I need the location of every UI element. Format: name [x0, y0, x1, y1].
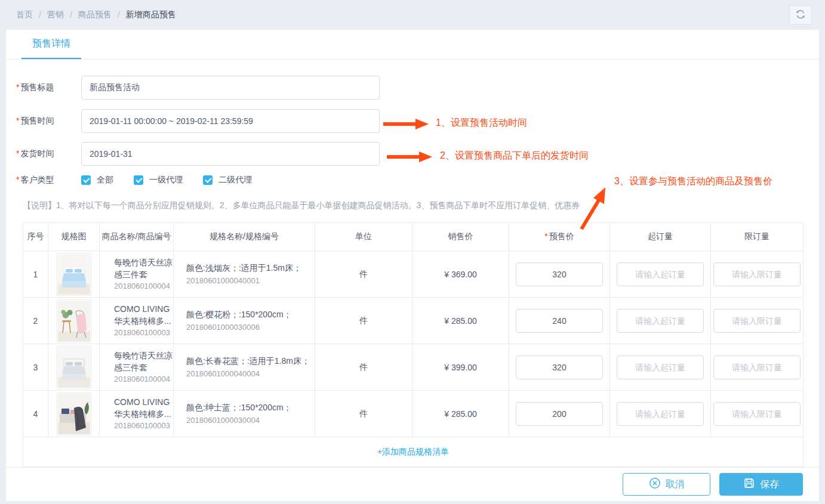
product-thumbnail-bed-blue — [57, 253, 91, 296]
breadcrumb-separator: / — [70, 10, 72, 20]
checkbox-all-customers[interactable]: 全部 — [81, 175, 113, 185]
annotation-step2: 2、设置预售商品下单后的发货时间 — [440, 150, 589, 162]
col-header-unit: 单位 — [315, 223, 412, 251]
spec-cell: 颜色:樱花粉；:150*200cm； 20180601000030006 — [174, 298, 315, 344]
min-qty-input[interactable] — [617, 355, 704, 379]
refresh-button[interactable] — [789, 5, 812, 24]
row-index: 2 — [23, 298, 48, 344]
tab-bar: 预售详情 — [6, 30, 819, 60]
col-header-spec: 规格名称/规格编号 — [174, 223, 315, 251]
checkbox-level1-agent[interactable]: 一级代理 — [134, 175, 183, 185]
product-name-cell: 每晚竹语天丝凉感三件套 2018060100004 — [100, 251, 174, 298]
add-spec-row: +添加商品规格清单 — [23, 437, 804, 467]
cancel-button[interactable]: 取消 — [623, 473, 710, 496]
min-qty-input[interactable] — [617, 309, 704, 333]
presale-price-input[interactable] — [516, 309, 603, 333]
presale-time-label: *预售时间 — [16, 116, 81, 126]
product-name: COMO LIVING 华夫格纯棉多... — [114, 303, 173, 327]
presale-price-input[interactable] — [516, 262, 603, 286]
unit-cell: 件 — [315, 298, 412, 344]
checkbox-checked-icon — [203, 175, 213, 185]
product-name-cell: 每晚竹语天丝凉感三件套 2018060100004 — [100, 344, 174, 391]
product-code: 2018060100004 — [114, 373, 173, 385]
customer-type-label: *客户类型 — [16, 175, 81, 185]
product-code: 2018060100003 — [114, 420, 173, 432]
presale-price-input[interactable] — [516, 355, 603, 379]
col-header-index: 序号 — [23, 223, 48, 251]
presale-price-input[interactable] — [516, 402, 603, 426]
breadcrumb-presale-list[interactable]: 商品预售 — [78, 10, 112, 20]
annotation-arrow-up-right-icon — [573, 184, 615, 234]
spec-name: 颜色:长春花蓝；:适用于1.8m床； — [186, 354, 315, 367]
annotation-arrow-right-icon — [382, 118, 430, 130]
sale-price-cell: ¥ 399.00 — [412, 344, 509, 391]
product-name: 每晚竹语天丝凉感三件套 — [114, 350, 173, 373]
presale-title-input[interactable] — [81, 76, 380, 100]
max-qty-input[interactable] — [713, 402, 801, 426]
table-row: 1 每晚竹语天丝凉感三件套 2018060100004 颜色:浅烟灰；:适用于1… — [23, 251, 804, 298]
spec-name: 颜色:绅士蓝；:150*200cm； — [186, 401, 315, 414]
row-index: 1 — [23, 251, 48, 298]
spec-cell: 颜色:绅士蓝；:150*200cm； 20180601000030004 — [174, 391, 315, 437]
top-bar: 首页 / 营销 / 商品预售 / 新增商品预售 — [0, 0, 825, 30]
sale-price-cell: ¥ 369.00 — [412, 251, 509, 298]
annotation-arrow-right-icon — [386, 151, 433, 163]
min-qty-input[interactable] — [617, 402, 704, 426]
product-code: 2018060100003 — [114, 327, 173, 339]
product-name-cell: COMO LIVING 华夫格纯棉多... 2018060100003 — [100, 298, 174, 344]
table-row: 4 COMO LIVING 华夫格纯棉多... 2018060100003 颜色… — [23, 391, 804, 437]
unit-cell: 件 — [315, 391, 412, 437]
product-name-cell: COMO LIVING 华夫格纯棉多... 2018060100003 — [100, 391, 174, 437]
min-qty-input[interactable] — [617, 262, 704, 286]
breadcrumb-current: 新增商品预售 — [126, 10, 176, 20]
unit-cell: 件 — [315, 251, 412, 298]
table-row: 3 每晚竹语天丝凉感三件套 2018060100004 颜色:长春花蓝；:适用于… — [23, 344, 804, 391]
breadcrumb: 首页 / 营销 / 商品预售 / 新增商品预售 — [16, 10, 176, 20]
max-qty-input[interactable] — [713, 262, 801, 286]
spec-code: 20180601000040004 — [186, 367, 315, 381]
spec-cell: 颜色:长春花蓝；:适用于1.8m床； 20180601000040004 — [174, 344, 315, 391]
checkbox-level2-agent[interactable]: 二级代理 — [203, 175, 252, 185]
max-qty-input[interactable] — [713, 309, 801, 333]
action-footer: 取消 保存 — [6, 467, 819, 501]
presale-detail-card: 预售详情 *预售标题 *预售时间 *发货时间 *客户类型 全部 一级代理 — [6, 30, 819, 501]
table-header-row: 序号 规格图 商品名称/商品编号 规格名称/规格编号 单位 销售价 *预售价 起… — [23, 223, 804, 251]
rules-note: 【说明】1、将对以下每一个商品分别应用促销规则。2、多单位商品只能基于最小单据创… — [16, 200, 819, 211]
table-row: 2 COMO LIVING 华夫格纯棉多... 2018060100003 — [23, 298, 804, 344]
floppy-disk-icon — [743, 477, 755, 491]
breadcrumb-home[interactable]: 首页 — [16, 10, 33, 20]
tab-presale-detail[interactable]: 预售详情 — [21, 30, 81, 59]
spec-name: 颜色:樱花粉；:150*200cm； — [186, 308, 315, 321]
breadcrumb-separator: / — [39, 10, 41, 20]
max-qty-input[interactable] — [713, 355, 801, 379]
unit-cell: 件 — [315, 344, 412, 391]
save-button[interactable]: 保存 — [719, 473, 803, 496]
col-header-name: 商品名称/商品编号 — [100, 223, 174, 251]
spec-name: 颜色:浅烟灰；:适用于1.5m床； — [186, 261, 315, 274]
product-name: COMO LIVING 华夫格纯棉多... — [114, 396, 173, 420]
presale-title-label: *预售标题 — [16, 82, 81, 93]
col-header-min-qty: 起订量 — [610, 223, 711, 251]
presale-time-range-input[interactable] — [81, 109, 380, 133]
breadcrumb-marketing[interactable]: 营销 — [47, 10, 64, 20]
spec-code: 20180601000040001 — [186, 274, 315, 287]
col-header-max-qty: 限订量 — [711, 223, 804, 251]
annotation-step1: 1、设置预售活动时间 — [436, 117, 527, 129]
spec-code: 20180601000030004 — [186, 414, 315, 427]
sale-price-cell: ¥ 285.00 — [412, 298, 509, 344]
ship-date-input[interactable] — [81, 142, 380, 166]
spec-cell: 颜色:浅烟灰；:适用于1.5m床； 20180601000040001 — [174, 251, 315, 298]
sale-price-cell: ¥ 285.00 — [412, 391, 509, 437]
product-thumbnail-chair-pink — [57, 299, 91, 342]
annotation-step3: 3、设置参与预售活动的商品及预售价 — [614, 175, 772, 188]
spec-code: 20180601000030006 — [186, 321, 315, 334]
product-code: 2018060100004 — [114, 280, 173, 292]
product-thumbnail-sofa-dark — [57, 392, 91, 435]
checkbox-checked-icon — [134, 175, 143, 185]
row-index: 4 — [23, 391, 48, 437]
product-name: 每晚竹语天丝凉感三件套 — [114, 256, 173, 280]
add-spec-link[interactable]: +添加商品规格清单 — [377, 447, 449, 456]
breadcrumb-separator: / — [118, 10, 120, 20]
col-header-image: 规格图 — [48, 223, 100, 251]
customer-type-group: 全部 一级代理 二级代理 — [81, 175, 252, 185]
